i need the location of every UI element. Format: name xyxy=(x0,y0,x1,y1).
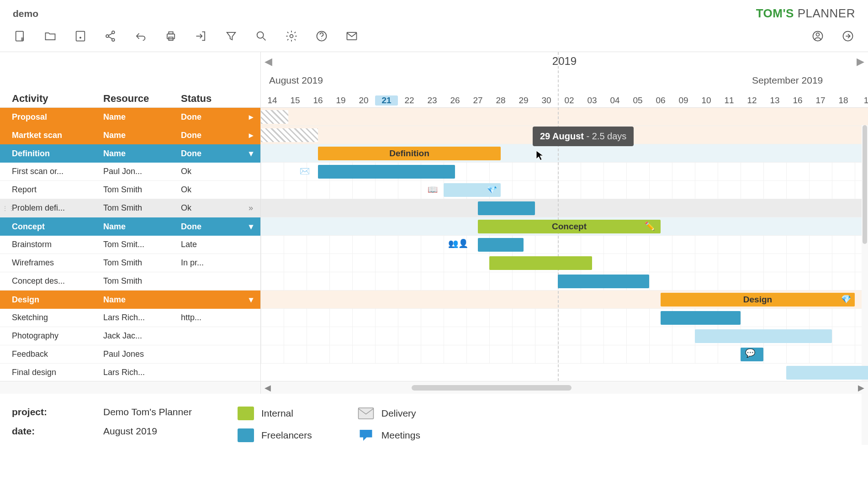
chevron-down-icon[interactable] xyxy=(249,148,253,159)
gantt-bar[interactable] xyxy=(558,275,649,288)
day-label[interactable]: 03 xyxy=(581,95,603,106)
save-icon[interactable] xyxy=(73,29,88,43)
gantt-row[interactable]: ✉️ xyxy=(261,163,868,181)
table-row[interactable]: ReportTom SmithOk xyxy=(0,181,260,199)
table-row[interactable]: Martket scanNameDone xyxy=(0,126,260,144)
logout-icon[interactable] xyxy=(841,29,855,43)
column-header-status[interactable]: Status xyxy=(181,93,249,105)
scroll-left-icon[interactable]: ◀ xyxy=(261,383,275,393)
share-icon[interactable] xyxy=(103,29,118,43)
day-label[interactable]: 15 xyxy=(284,95,307,106)
gantt-bar[interactable] xyxy=(489,256,592,270)
table-row[interactable]: ⋮⋮Problem defi...Tom SmithOk» xyxy=(0,199,260,217)
table-row[interactable]: DefinitionNameDone xyxy=(0,144,260,163)
gantt-bar[interactable] xyxy=(261,110,288,124)
legend-label-delivery: Delivery xyxy=(381,408,416,419)
day-label[interactable]: 1 xyxy=(855,95,868,106)
print-icon[interactable] xyxy=(164,29,178,43)
day-label[interactable]: 19 xyxy=(329,95,352,106)
day-label[interactable]: 28 xyxy=(489,95,512,106)
day-label[interactable]: 06 xyxy=(649,95,672,106)
table-row[interactable]: ConceptNameDone xyxy=(0,217,260,236)
new-file-icon[interactable] xyxy=(13,29,27,43)
gantt-bar[interactable]: Design xyxy=(661,293,855,306)
gantt-row[interactable] xyxy=(261,327,868,345)
table-row[interactable]: FeedbackPaul Jones xyxy=(0,345,260,364)
day-label[interactable]: 16 xyxy=(786,95,809,106)
day-label[interactable]: 12 xyxy=(741,95,763,106)
gantt-row[interactable]: 💬 xyxy=(261,345,868,364)
cell-activity: Design xyxy=(12,295,103,305)
gantt-row[interactable] xyxy=(261,309,868,327)
gantt-bar[interactable] xyxy=(478,238,524,252)
mail-icon[interactable] xyxy=(344,29,359,43)
table-row[interactable]: Final designLars Rich... xyxy=(0,364,260,382)
table-row[interactable]: PhotographyJack Jac... xyxy=(0,327,260,345)
gantt-row[interactable]: Definition xyxy=(261,144,868,163)
table-row[interactable]: DesignName xyxy=(0,291,260,309)
day-label[interactable]: 05 xyxy=(626,95,649,106)
gantt-bar[interactable] xyxy=(261,128,318,142)
user-icon[interactable] xyxy=(810,29,825,43)
table-row[interactable]: SketchingLars Rich...http... xyxy=(0,309,260,327)
gantt-bar[interactable] xyxy=(661,311,741,325)
gantt-bar[interactable] xyxy=(478,201,535,215)
day-label[interactable]: 30 xyxy=(535,95,558,106)
left-h-scrollbar[interactable] xyxy=(0,381,261,394)
gantt-row[interactable] xyxy=(261,272,868,291)
folder-icon[interactable] xyxy=(43,29,58,43)
gantt-bar[interactable]: Concept xyxy=(478,220,661,233)
drag-handle-icon[interactable]: ⋮⋮ xyxy=(2,205,15,212)
filter-icon[interactable] xyxy=(224,29,238,43)
column-header-resource[interactable]: Resource xyxy=(103,93,181,105)
table-row[interactable]: First scan or...Paul Jon...Ok xyxy=(0,163,260,181)
settings-icon[interactable] xyxy=(284,29,299,43)
day-label[interactable]: 17 xyxy=(809,95,832,106)
day-label[interactable]: 04 xyxy=(603,95,626,106)
vertical-scrollbar[interactable] xyxy=(862,125,868,445)
table-row[interactable]: ProposalNameDone xyxy=(0,108,260,126)
table-row[interactable]: WireframesTom SmithIn pr... xyxy=(0,254,260,272)
import-icon[interactable] xyxy=(194,29,208,43)
chevron-down-icon[interactable] xyxy=(249,295,253,305)
gantt-row[interactable]: 👥👤 xyxy=(261,236,868,254)
gantt-h-scrollbar[interactable]: ◀ ▶ xyxy=(261,381,868,394)
gantt-row[interactable]: Concept✏️ xyxy=(261,217,868,236)
chevron-right-icon[interactable] xyxy=(249,112,253,122)
undo-icon[interactable] xyxy=(133,29,148,43)
gantt-row[interactable] xyxy=(261,254,868,272)
gantt-row[interactable] xyxy=(261,108,868,126)
chevron-down-icon[interactable] xyxy=(249,222,253,232)
help-icon[interactable] xyxy=(314,29,329,43)
column-header-activity[interactable]: Activity xyxy=(12,93,103,105)
gantt-bar[interactable] xyxy=(786,366,868,380)
more-icon[interactable]: » xyxy=(249,203,253,213)
day-label[interactable]: 18 xyxy=(832,95,855,106)
day-label[interactable]: 29 xyxy=(512,95,535,106)
day-label[interactable]: 11 xyxy=(718,95,741,106)
scroll-right-icon[interactable]: ▶ xyxy=(854,383,868,393)
day-label[interactable]: 02 xyxy=(558,95,581,106)
gantt-bar[interactable] xyxy=(695,329,832,343)
search-icon[interactable] xyxy=(254,29,269,43)
gantt-row[interactable] xyxy=(261,364,868,381)
day-label[interactable]: 16 xyxy=(307,95,329,106)
gantt-row[interactable]: 📖💎 xyxy=(261,181,868,199)
day-label[interactable]: 13 xyxy=(763,95,786,106)
day-label[interactable]: 27 xyxy=(466,95,489,106)
day-label[interactable]: 21 xyxy=(375,95,398,106)
gantt-row[interactable] xyxy=(261,199,868,217)
day-label[interactable]: 22 xyxy=(398,95,421,106)
gantt-row[interactable]: Design💎 xyxy=(261,291,868,309)
day-label[interactable]: 09 xyxy=(672,95,695,106)
day-label[interactable]: 14 xyxy=(261,95,284,106)
day-label[interactable]: 23 xyxy=(421,95,444,106)
table-row[interactable]: BrainstormTom Smit...Late xyxy=(0,236,260,254)
chevron-right-icon[interactable] xyxy=(249,130,253,140)
day-label[interactable]: 20 xyxy=(352,95,375,106)
day-label[interactable]: 26 xyxy=(444,95,466,106)
day-label[interactable]: 10 xyxy=(695,95,718,106)
table-row[interactable]: Concept des...Tom Smith xyxy=(0,272,260,291)
gantt-bar[interactable] xyxy=(318,165,455,179)
gantt-bar[interactable]: Definition xyxy=(318,147,501,160)
